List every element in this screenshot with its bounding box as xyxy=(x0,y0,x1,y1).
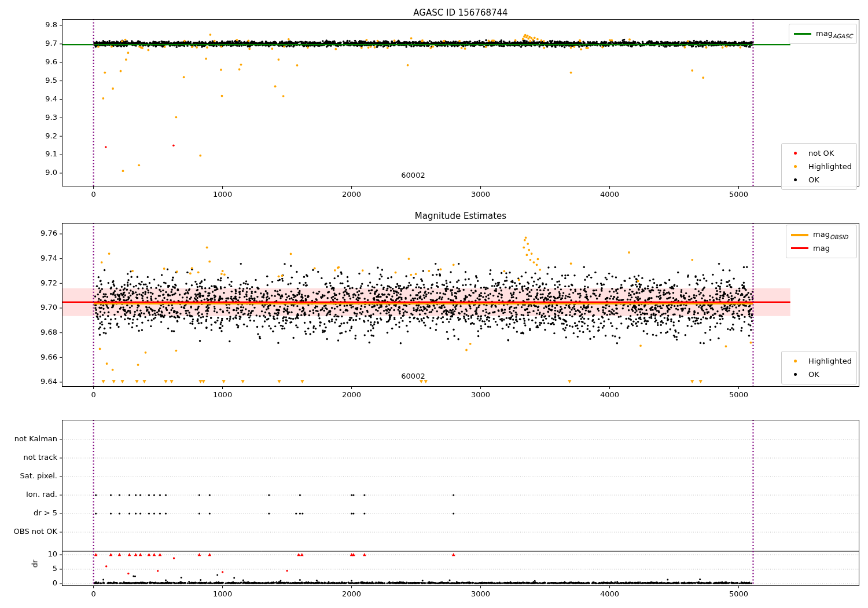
top-chart-title: AGASC ID 156768744 xyxy=(287,8,634,18)
legend-row: mag xyxy=(790,241,852,255)
dr-axis-label: dr xyxy=(31,552,39,576)
legend-row: Highlighted xyxy=(785,160,852,173)
green-line-swatch xyxy=(794,33,811,35)
legend-row: OK xyxy=(785,173,852,186)
legend-top-categories: not OK Highlighted OK xyxy=(781,143,857,190)
middle-chart-title: Magnitude Estimates xyxy=(287,211,634,221)
black-dot-swatch xyxy=(794,178,797,181)
legend-row: not OK xyxy=(785,146,852,160)
legend-label: OK xyxy=(808,370,819,379)
legend-label: mag xyxy=(813,230,830,239)
orange-dot-swatch xyxy=(794,165,797,168)
legend-label: not OK xyxy=(808,149,834,158)
legend-row: magOBSID xyxy=(790,228,852,241)
legend-label: Highlighted xyxy=(808,357,852,365)
red-dot-swatch xyxy=(794,152,797,155)
legend-swatch xyxy=(785,152,805,155)
obsid-annotation-top: 60002 xyxy=(355,171,471,180)
legend-label-sub: OBSID xyxy=(830,233,848,240)
agasc-magnitude-figure: AGASC ID 156768744 Magnitude Estimates 6… xyxy=(0,0,868,608)
legend-label: OK xyxy=(808,175,819,184)
legend-label-sub: AGASC xyxy=(833,32,853,39)
legend-mag-obsid: magOBSID mag xyxy=(786,225,857,258)
red-line-swatch xyxy=(791,247,808,249)
legend-row: Highlighted xyxy=(785,354,852,368)
legend-swatch xyxy=(793,33,812,35)
legend-swatch xyxy=(785,178,805,181)
legend-label: Highlighted xyxy=(808,162,852,171)
charts-canvas xyxy=(0,0,868,608)
legend-swatch xyxy=(785,373,805,376)
orange-dot-swatch xyxy=(794,360,797,362)
legend-row: OK xyxy=(785,368,852,381)
legend-middle-categories: Highlighted OK xyxy=(781,351,857,384)
legend-row: magAGASC xyxy=(793,27,852,41)
orange-line-swatch xyxy=(791,234,808,236)
legend-label: mag xyxy=(813,244,830,252)
legend-swatch xyxy=(790,247,810,249)
legend-swatch xyxy=(785,165,805,168)
legend-swatch xyxy=(790,234,810,236)
black-dot-swatch xyxy=(794,373,797,376)
legend-swatch xyxy=(785,360,805,362)
obsid-annotation-middle: 60002 xyxy=(355,372,471,380)
legend-label: mag xyxy=(816,29,833,38)
legend-mag-agasc: magAGASC xyxy=(789,24,857,44)
